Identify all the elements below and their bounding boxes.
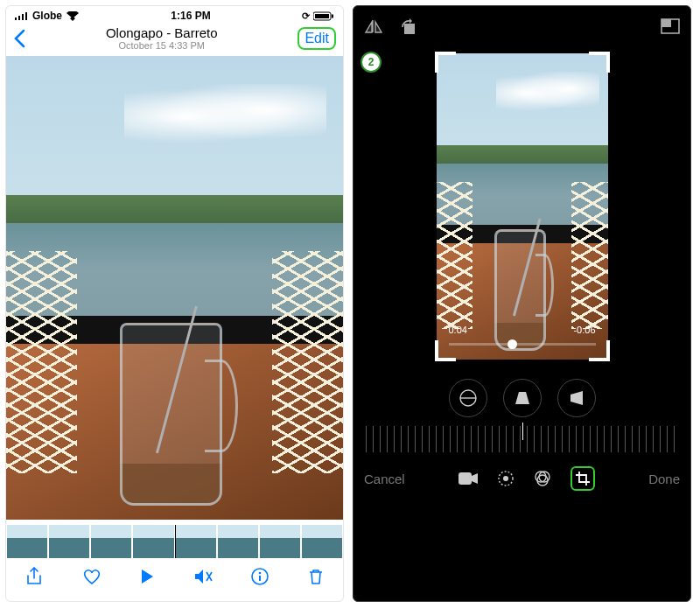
share-icon[interactable]	[25, 567, 43, 586]
back-button[interactable]	[13, 29, 25, 48]
video-crop-editor-screen: 2 0:04 -0:06	[353, 5, 691, 602]
scrubber-slider[interactable]	[449, 343, 596, 346]
time-remaining-label: -0:06	[573, 325, 595, 335]
clock-label: 1:16 PM	[171, 10, 210, 22]
battery-icon	[313, 11, 334, 21]
status-bar: Globe 1:16 PM ⟳	[6, 6, 343, 22]
date-subtitle: October 15 4:33 PM	[25, 40, 298, 51]
rotate-icon[interactable]	[399, 18, 416, 36]
bottom-toolbar	[6, 562, 343, 591]
time-elapsed-label: 0:04	[449, 325, 467, 335]
horizontal-perspective-button[interactable]	[557, 379, 596, 417]
cancel-button[interactable]: Cancel	[364, 472, 405, 486]
filters-icon[interactable]	[534, 470, 551, 487]
scrubber-knob-icon[interactable]	[508, 339, 517, 349]
crop-icon[interactable]	[570, 466, 595, 491]
svg-rect-5	[332, 14, 333, 17]
adjust-icon[interactable]	[497, 470, 514, 487]
svg-point-8	[259, 572, 262, 575]
svg-rect-15	[458, 472, 472, 485]
crop-top-toolbar	[354, 6, 690, 43]
svg-rect-6	[315, 14, 329, 18]
signal-icon	[15, 11, 29, 20]
mute-icon[interactable]	[193, 569, 213, 584]
crop-frame[interactable]: 0:04 -0:06	[437, 53, 608, 360]
info-icon[interactable]	[251, 568, 269, 585]
svg-rect-1	[18, 16, 20, 20]
vertical-perspective-button[interactable]	[503, 379, 542, 417]
heart-icon[interactable]	[82, 568, 102, 585]
wifi-icon	[66, 11, 80, 21]
edit-button[interactable]: Edit	[298, 27, 336, 50]
photos-detail-screen: Globe 1:16 PM ⟳ Olongapo - Barreto Octob…	[5, 5, 344, 602]
flip-horizontal-icon[interactable]	[364, 18, 383, 36]
svg-rect-10	[404, 24, 415, 34]
straighten-button[interactable]	[449, 379, 487, 417]
trash-icon[interactable]	[308, 568, 324, 585]
done-button[interactable]: Done	[648, 472, 680, 486]
svg-point-20	[537, 475, 548, 486]
annotation-marker: 2	[360, 52, 382, 73]
svg-rect-9	[259, 576, 261, 581]
svg-rect-2	[22, 14, 24, 20]
video-filmstrip[interactable]	[6, 525, 343, 558]
perspective-button-row	[354, 379, 690, 417]
playhead-icon[interactable]	[175, 525, 176, 558]
orientation-lock-icon: ⟳	[302, 10, 310, 22]
video-icon[interactable]	[458, 472, 478, 485]
aspect-ratio-icon[interactable]	[661, 18, 680, 36]
location-title: Olongapo - Barreto	[25, 25, 298, 40]
edit-bottom-bar: Cancel Done	[354, 452, 690, 494]
angle-ruler[interactable]	[366, 426, 678, 452]
media-preview[interactable]	[6, 56, 343, 520]
ruler-center-icon	[522, 423, 523, 440]
nav-header: Olongapo - Barreto October 15 4:33 PM Ed…	[6, 22, 343, 56]
svg-rect-12	[662, 19, 671, 27]
svg-rect-0	[15, 17, 17, 20]
carrier-label: Globe	[32, 10, 62, 22]
play-icon[interactable]	[140, 569, 154, 584]
svg-rect-3	[25, 12, 27, 20]
svg-point-17	[503, 476, 508, 481]
